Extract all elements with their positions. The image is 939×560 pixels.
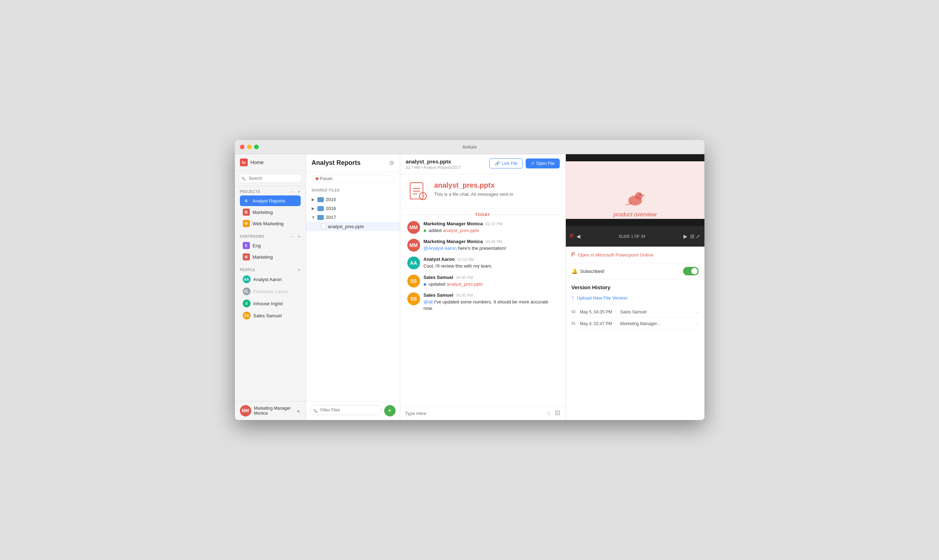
sidebar-item-sales-samuel[interactable]: SS Sales Samuel bbox=[240, 310, 301, 321]
sidebar-item-web-marketing[interactable]: W Web Marketing bbox=[240, 218, 301, 229]
status-dot-icon bbox=[424, 283, 426, 286]
folder-2016[interactable]: ▶ 2016 bbox=[306, 204, 400, 213]
filter-files-input[interactable] bbox=[310, 405, 381, 415]
version-row: 01 May 4, 02:47 PM · Marketing Manager..… bbox=[571, 318, 699, 329]
minimize-button[interactable] bbox=[247, 145, 252, 149]
folder-2015[interactable]: ▶ 2015 bbox=[306, 195, 400, 204]
sidebar-item-marketing-chat[interactable]: M Marketing bbox=[240, 252, 301, 262]
message-row: AA Analyst Aaron 02:52 AM Cool, i'll rev… bbox=[407, 257, 558, 269]
folder-label: 2015 bbox=[326, 197, 336, 202]
projects-more-button[interactable]: ··· bbox=[291, 189, 295, 194]
external-link-icon: ↗ bbox=[531, 161, 534, 166]
message-sender: Marketing Manager Monica bbox=[424, 239, 483, 244]
close-button[interactable] bbox=[240, 145, 245, 149]
footer-user-info: MM Marketing Manager Monica bbox=[240, 405, 296, 417]
powerpoint-icon: P bbox=[571, 252, 576, 258]
open-file-button[interactable]: ↗ Open File bbox=[526, 158, 559, 168]
version-info: May 5, 04:35 PM · Sales Samuel bbox=[580, 309, 696, 314]
forum-label: Forum bbox=[320, 176, 332, 181]
subscribe-toggle[interactable] bbox=[683, 267, 699, 275]
file-link[interactable]: analyst_pres.pptx bbox=[447, 282, 483, 287]
forum-tag[interactable]: Forum bbox=[312, 175, 394, 183]
sidebar-item-inhouse-ingrid[interactable]: II Inhouse Ingrid bbox=[240, 298, 301, 309]
file-intro-title: analyst_pres.pptx bbox=[434, 181, 514, 189]
message-header: Analyst Aaron 02:52 AM bbox=[424, 257, 558, 262]
subscribed-info: 🔔 Subscribed! bbox=[571, 268, 605, 274]
people-section: PEOPLE + AA Analyst Aaron FL Freelance L… bbox=[235, 265, 306, 323]
link-file-button[interactable]: 🔗 Link File bbox=[490, 158, 523, 168]
window-controls bbox=[240, 145, 259, 149]
message-header: Sales Samuel 04:35 PM bbox=[424, 275, 558, 280]
upload-version-button[interactable]: ↑ Upload New File Version bbox=[571, 295, 628, 301]
date-line-left bbox=[407, 215, 472, 215]
sidebar-item-eng[interactable]: E Eng bbox=[240, 240, 301, 251]
sidebar-item-label: Analyst Aaron bbox=[253, 277, 282, 282]
people-add-button[interactable]: + bbox=[297, 267, 300, 272]
maximize-button[interactable] bbox=[254, 145, 259, 149]
search-input[interactable] bbox=[239, 174, 302, 183]
emoji-button[interactable]: ☺ bbox=[546, 410, 552, 417]
chat-input[interactable] bbox=[405, 411, 543, 416]
home-icon: fu bbox=[240, 158, 248, 166]
main-layout: fu Home PROJECTS ··· + A bbox=[235, 154, 704, 420]
chat-file-info: analyst_pres.pptx 22.7 MB • Analyst Repo… bbox=[406, 158, 461, 169]
file-preview-area: product overview P ◀ SLIDE 1 OF 34 ▶ ⊟ ⤢ bbox=[566, 154, 704, 246]
marketing-avatar: M bbox=[243, 209, 250, 216]
slide-grid-button[interactable]: ⊟ bbox=[690, 234, 694, 239]
message-row: SS Sales Samuel 04:35 PM updated analyst… bbox=[407, 275, 558, 288]
message-text: @Analyst Aaron here's the presentation! bbox=[424, 245, 558, 252]
message-content: Sales Samuel 04:35 PM @all I've updated … bbox=[424, 292, 558, 312]
file-link[interactable]: analyst_pres.pptx bbox=[443, 228, 479, 233]
chatrooms-section: CHATROOMS ··· + E Eng M Marketing bbox=[235, 231, 306, 265]
mention: @all bbox=[424, 299, 433, 305]
chatrooms-more-button[interactable]: ··· bbox=[291, 234, 295, 239]
chat-file-meta: 22.7 MB • Analyst Reports/2017 bbox=[406, 165, 461, 169]
folder-icon bbox=[317, 206, 324, 211]
sidebar-item-marketing[interactable]: M Marketing bbox=[240, 207, 301, 217]
projects-add-button[interactable]: + bbox=[297, 189, 300, 194]
inhouse-ingrid-avatar: II bbox=[243, 300, 251, 308]
shared-files-label: SHARED FILES bbox=[306, 186, 400, 194]
slide-fullscreen-button[interactable]: ⤢ bbox=[696, 234, 700, 239]
folder-icon bbox=[317, 197, 324, 202]
download-version-button[interactable]: ↓ bbox=[696, 309, 699, 314]
search-section bbox=[235, 171, 306, 186]
folder-2017[interactable]: ▼ 2017 bbox=[306, 213, 400, 222]
version-author: Marketing Manager... bbox=[620, 321, 660, 326]
add-file-button[interactable]: + bbox=[384, 405, 396, 417]
download-version-button[interactable]: ↓ bbox=[696, 320, 699, 326]
message-time: 02:47 PM bbox=[485, 222, 502, 226]
slide-info: SLIDE 1 OF 34 bbox=[583, 234, 680, 238]
sidebar-item-analyst-reports[interactable]: A Analyst Reports bbox=[240, 195, 301, 206]
bell-icon: 🔔 bbox=[571, 268, 577, 274]
file-analyst-pres[interactable]: analyst_pres.pptx bbox=[306, 222, 400, 231]
chevron-right-icon: ▶ bbox=[312, 206, 315, 210]
sidebar-item-analyst-aaron[interactable]: AA Analyst Aaron bbox=[240, 274, 301, 285]
app-window: Amium fu Home PROJECTS ··· bbox=[235, 140, 704, 420]
link-icon: 🔗 bbox=[495, 161, 500, 166]
chevron-up-icon: ▲ bbox=[296, 408, 301, 413]
chatrooms-add-button[interactable]: + bbox=[297, 234, 300, 239]
date-label: TODAY bbox=[475, 212, 490, 217]
web-marketing-avatar: W bbox=[243, 220, 250, 227]
message-text: added analyst_pres.pptx bbox=[424, 228, 558, 234]
user-footer[interactable]: MM Marketing Manager Monica ▲ bbox=[235, 401, 306, 420]
open-powerpoint-button[interactable]: P Open in Microsoft Powerpoint Online bbox=[571, 252, 653, 258]
mention: @Analyst Aaron bbox=[424, 246, 457, 251]
file-tree: ▶ 2015 ▶ 2016 ▼ 2017 analyst_pres.pptx bbox=[306, 194, 400, 401]
message-time: 02:48 PM bbox=[485, 240, 502, 244]
slide-prev-button[interactable]: ◀ bbox=[576, 234, 580, 239]
status-dot-icon bbox=[424, 229, 426, 232]
slide-next-button[interactable]: ▶ bbox=[683, 234, 687, 239]
sidebar-item-freelance-lance[interactable]: FL Freelance Lance bbox=[240, 286, 301, 297]
footer-avatar: MM bbox=[240, 405, 251, 417]
open-ppt-label: Open in Microsoft Powerpoint Online bbox=[578, 252, 653, 258]
image-button[interactable]: 🖼 bbox=[555, 410, 560, 417]
chat-file-intro: analyst_pres.pptx This is a file chat. A… bbox=[400, 174, 565, 208]
message-row: MM Marketing Manager Monica 02:47 PM add… bbox=[407, 221, 558, 234]
avatar: MM bbox=[407, 221, 420, 234]
settings-button[interactable]: ⚙ bbox=[389, 160, 394, 166]
right-panel-content: P Open in Microsoft Powerpoint Online 🔔 … bbox=[566, 246, 704, 420]
message-header: Marketing Manager Monica 02:48 PM bbox=[424, 239, 558, 244]
home-nav-item[interactable]: fu Home bbox=[235, 154, 306, 171]
